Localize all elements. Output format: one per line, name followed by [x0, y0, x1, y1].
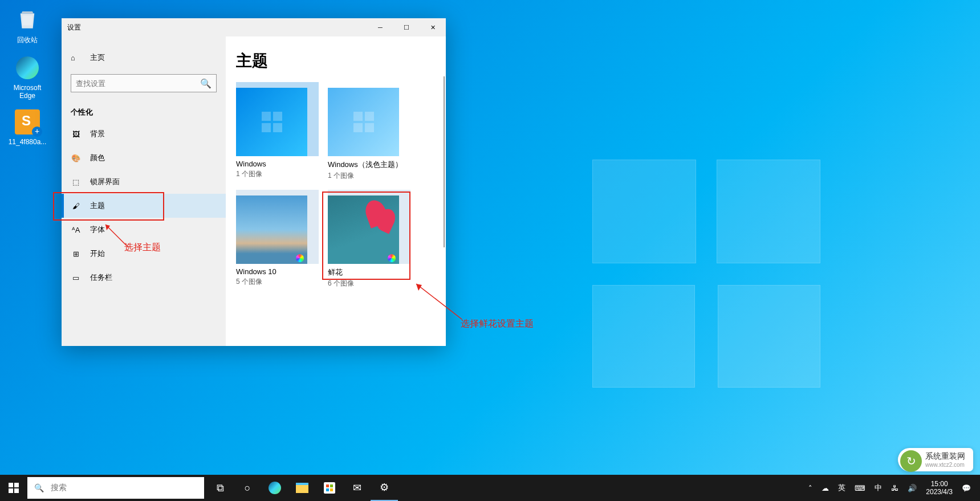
taskbar-icon: ▭ — [71, 274, 81, 282]
sidebar-item-fonts[interactable]: ᴬA字体 — [62, 218, 226, 242]
sidebar: ⌂ 主页 🔍 个性化 🖼背景 🎨颜色 ⬚锁屏界面 🖌主题 ᴬA字体 ⊞开始 ▭任… — [62, 36, 226, 346]
tray-ime1[interactable]: 英 — [833, 483, 850, 493]
start-button[interactable] — [0, 475, 27, 501]
tray-volume-icon[interactable]: 🔊 — [903, 484, 921, 492]
maximize-button[interactable]: ☐ — [393, 18, 420, 36]
theme-name: Windows 10 — [236, 267, 319, 276]
sidebar-item-label: 主题 — [90, 201, 105, 211]
color-wheel-icon — [388, 254, 396, 262]
search-icon: 🔍 — [34, 483, 44, 492]
brush-icon: 🖌 — [71, 202, 81, 210]
sidebar-item-start[interactable]: ⊞开始 — [62, 242, 226, 266]
settings-window: 设置 ─ ☐ ✕ ⌂ 主页 🔍 个性化 🖼背景 🎨颜色 ⬚锁屏界面 — [62, 18, 446, 346]
sidebar-item-colors[interactable]: 🎨颜色 — [62, 146, 226, 170]
tray-ime2[interactable]: 中 — [870, 483, 887, 493]
font-icon: ᴬA — [71, 226, 81, 234]
close-button[interactable]: ✕ — [420, 18, 446, 36]
taskbar-search[interactable]: 🔍搜索 — [27, 477, 204, 499]
watermark-url: www.xtcz2.com — [925, 462, 965, 468]
windows-logo-wallpaper — [592, 160, 820, 388]
svg-rect-7 — [353, 123, 363, 132]
svg-rect-3 — [262, 123, 271, 132]
search-placeholder: 搜索 — [51, 483, 67, 493]
recycle-bin-icon[interactable]: 回收站 — [5, 6, 50, 45]
theme-card-windows10[interactable]: Windows 10 5 个图像 — [236, 190, 319, 288]
color-wheel-icon — [296, 254, 304, 262]
home-label: 主页 — [90, 52, 105, 63]
svg-rect-4 — [273, 123, 282, 132]
minimize-button[interactable]: ─ — [367, 18, 393, 36]
cortana-button[interactable]: ○ — [234, 475, 261, 501]
tray-clock[interactable]: 15:002023/4/3 — [921, 480, 957, 496]
theme-card-flowers[interactable]: 鲜花 6 个图像 — [328, 190, 410, 288]
recycle-bin-label: 回收站 — [5, 35, 50, 45]
grid-icon: ⊞ — [71, 250, 81, 258]
search-input[interactable] — [76, 79, 200, 88]
sidebar-item-label: 开始 — [90, 249, 105, 259]
theme-count: 5 个图像 — [236, 277, 319, 287]
theme-thumbnail — [236, 88, 307, 156]
theme-name: Windows（浅色主题） — [328, 160, 410, 170]
sidebar-item-label: 锁屏界面 — [90, 177, 120, 187]
tray-notifications-icon[interactable]: 💬 — [957, 484, 975, 492]
theme-thumbnail — [236, 195, 307, 264]
sidebar-item-themes[interactable]: 🖌主题 — [62, 194, 226, 218]
taskbar-edge[interactable] — [261, 475, 288, 501]
file-label: 11_4f880a... — [5, 138, 50, 146]
svg-rect-17 — [326, 484, 329, 487]
taskbar-store[interactable] — [316, 475, 343, 501]
scrollbar[interactable] — [444, 76, 445, 247]
app-icon: + — [15, 109, 40, 135]
titlebar[interactable]: 设置 ─ ☐ ✕ — [62, 18, 446, 36]
svg-rect-16 — [14, 488, 19, 493]
svg-rect-6 — [365, 112, 374, 121]
watermark-badge-icon: ↻ — [900, 450, 922, 472]
desktop[interactable]: 回收站 Microsoft Edge + 11_4f880a... 设置 ─ ☐… — [0, 0, 980, 501]
sidebar-item-background[interactable]: 🖼背景 — [62, 122, 226, 146]
task-view-button[interactable]: ⧉ — [206, 475, 234, 501]
tray-network-icon[interactable]: 🖧 — [887, 484, 903, 492]
sidebar-item-label: 背景 — [90, 129, 105, 139]
svg-rect-19 — [326, 488, 329, 491]
edge-browser-icon[interactable]: Microsoft Edge — [5, 54, 50, 100]
theme-count: 1 个图像 — [236, 169, 319, 179]
windows-icon — [9, 483, 19, 493]
tray-chevron-icon[interactable]: ˄ — [804, 484, 817, 492]
sidebar-section-label: 个性化 — [62, 98, 226, 122]
desktop-file-icon[interactable]: + 11_4f880a... — [5, 108, 50, 146]
watermark-title: 系统重装网 — [925, 451, 965, 462]
svg-rect-15 — [9, 488, 13, 493]
theme-card-windows[interactable]: Windows 1 个图像 — [236, 82, 319, 181]
taskbar: 🔍搜索 ⧉ ○ ✉ ⚙ ˄ ☁ 英 ⌨ 中 🖧 🔊 15:002023/4/3 … — [0, 475, 980, 501]
svg-rect-5 — [353, 112, 363, 121]
svg-rect-0 — [22, 15, 32, 26]
taskbar-explorer[interactable] — [288, 475, 316, 501]
theme-name: Windows — [236, 160, 319, 168]
home-icon: ⌂ — [71, 54, 81, 62]
svg-rect-20 — [330, 488, 333, 491]
sidebar-item-lockscreen[interactable]: ⬚锁屏界面 — [62, 170, 226, 194]
taskbar-mail[interactable]: ✉ — [343, 475, 371, 501]
sidebar-home[interactable]: ⌂ 主页 — [62, 47, 226, 68]
search-icon: 🔍 — [200, 78, 212, 89]
svg-rect-14 — [14, 483, 19, 487]
system-tray: ˄ ☁ 英 ⌨ 中 🖧 🔊 15:002023/4/3 💬 — [804, 480, 980, 496]
sidebar-search[interactable]: 🔍 — [71, 74, 217, 92]
annotation-text-flower: 选择鲜花设置主题 — [461, 318, 534, 330]
palette-icon: 🎨 — [71, 154, 81, 162]
theme-name: 鲜花 — [328, 267, 410, 278]
picture-icon: 🖼 — [71, 130, 81, 139]
lock-icon: ⬚ — [71, 178, 81, 186]
sidebar-item-taskbar[interactable]: ▭任务栏 — [62, 266, 226, 290]
tray-ime-icon[interactable]: ⌨ — [850, 484, 870, 492]
edge-icon — [16, 56, 39, 79]
tray-onedrive-icon[interactable]: ☁ — [817, 484, 833, 492]
theme-thumbnail — [328, 195, 399, 264]
edge-label: Microsoft Edge — [5, 84, 50, 100]
theme-count: 1 个图像 — [328, 171, 410, 181]
taskbar-settings[interactable]: ⚙ — [371, 475, 398, 501]
sidebar-item-label: 颜色 — [90, 153, 105, 163]
content-area: 主题 Windows 1 个图像 Windows（浅色主题） 1 个图像 — [226, 36, 446, 346]
window-title: 设置 — [67, 23, 81, 32]
theme-card-windows-light[interactable]: Windows（浅色主题） 1 个图像 — [328, 82, 410, 181]
